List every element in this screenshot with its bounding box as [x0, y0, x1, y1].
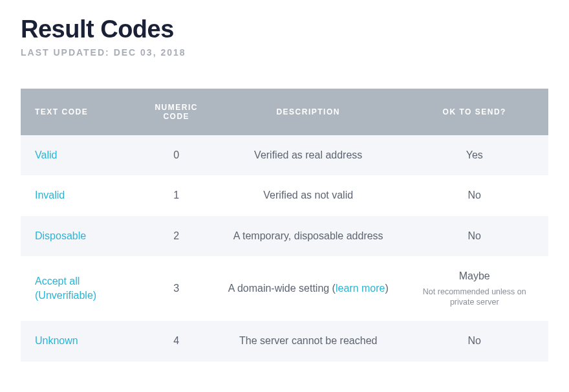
ok-to-send-cell: Yes	[401, 135, 549, 175]
numeric-code-cell: 3	[137, 256, 216, 321]
text-code-link[interactable]: Disposable	[35, 230, 86, 241]
result-codes-table: TEXT CODE NUMERIC CODE DESCRIPTION OK TO…	[21, 89, 548, 362]
ok-to-send-cell: No	[401, 216, 549, 256]
numeric-code-cell: 1	[137, 175, 216, 215]
text-code-link[interactable]: Unknown	[35, 335, 78, 346]
table-header-row: TEXT CODE NUMERIC CODE DESCRIPTION OK TO…	[21, 89, 548, 135]
last-updated-date: DEC 03, 2018	[114, 47, 186, 58]
header-text-code: TEXT CODE	[21, 89, 137, 135]
header-description: DESCRIPTION	[216, 89, 401, 135]
table-row: Valid 0 Verified as real address Yes	[21, 135, 548, 175]
ok-to-send-cell: No	[401, 321, 549, 361]
page-title: Result Codes	[21, 16, 548, 43]
description-cell: A domain-wide setting (learn more)	[216, 256, 401, 321]
description-cell: The server cannot be reached	[216, 321, 401, 361]
ok-to-send-cell: No	[401, 175, 549, 215]
numeric-code-cell: 2	[137, 216, 216, 256]
table-row: Disposable 2 A temporary, disposable add…	[21, 216, 548, 256]
table-row: Unknown 4 The server cannot be reached N…	[21, 321, 548, 361]
description-cell: Verified as real address	[216, 135, 401, 175]
table-row: Invalid 1 Verified as not valid No	[21, 175, 548, 215]
header-numeric-code: NUMERIC CODE	[137, 89, 216, 135]
table-row: Accept all (Unverifiable) 3 A domain-wid…	[21, 256, 548, 321]
text-code-link[interactable]: Invalid	[35, 190, 65, 201]
numeric-code-cell: 4	[137, 321, 216, 361]
text-code-link[interactable]: Accept all (Unverifiable)	[35, 276, 96, 301]
description-cell: A temporary, disposable address	[216, 216, 401, 256]
description-cell: Verified as not valid	[216, 175, 401, 215]
header-ok-to-send: OK TO SEND?	[401, 89, 549, 135]
ok-to-send-cell: MaybeNot recommended unless on private s…	[401, 256, 549, 321]
last-updated-label: LAST UPDATED:	[21, 47, 110, 58]
last-updated: LAST UPDATED: DEC 03, 2018	[21, 47, 548, 58]
text-code-link[interactable]: Valid	[35, 149, 57, 160]
ok-note: Not recommended unless on private server	[410, 287, 540, 309]
numeric-code-cell: 0	[137, 135, 216, 175]
description-link[interactable]: learn more	[336, 283, 385, 294]
